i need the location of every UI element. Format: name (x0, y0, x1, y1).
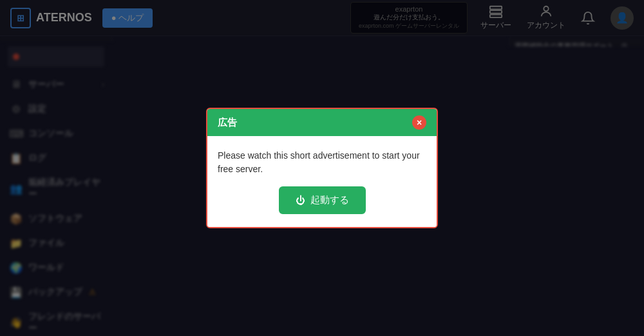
modal-header: 広告 × (207, 109, 437, 136)
modal-description: Please watch this short advertisement to… (218, 149, 426, 176)
modal-box: 広告 × Please watch this short advertiseme… (206, 108, 438, 228)
modal-start-label: 起動する (310, 194, 349, 206)
modal-start-icon: ⏻ (296, 195, 305, 206)
modal-close-button[interactable]: × (412, 115, 426, 130)
modal-body: Please watch this short advertisement to… (207, 136, 437, 227)
modal-start-button[interactable]: ⏻ 起動する (279, 186, 366, 214)
modal-overlay: 広告 × Please watch this short advertiseme… (0, 0, 644, 336)
modal-title: 広告 (218, 117, 237, 129)
